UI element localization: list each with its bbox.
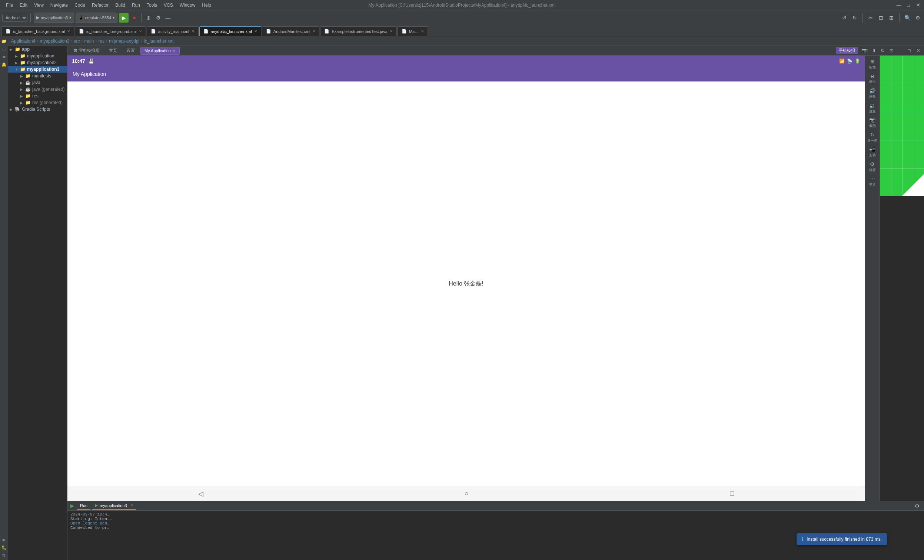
emu-icon-minimize[interactable]: — [897,47,904,54]
left-icon-notifications[interactable]: 🔔 [1,61,8,68]
breadcrumb-item-mipmap[interactable]: mipmap-anydpi [109,39,139,44]
nav-home-button[interactable]: ○ [465,490,469,497]
menu-item-refactor[interactable]: Refactor [89,2,111,9]
menu-item-help[interactable]: Help [199,2,214,9]
breadcrumb-item-src[interactable]: src [74,39,80,44]
tab-close-ic_launcher_foreground[interactable]: ✕ [139,29,142,33]
tree-item-myapplication3[interactable]: ▼ 📁 myapplication3 [8,66,67,73]
bottom-tab-myapp3[interactable]: ▶ myapplication3 ✕ [92,502,136,510]
breadcrumb-item-main[interactable]: main [84,39,94,44]
bottom-tab-myapp3-close[interactable]: ✕ [130,503,134,508]
redo-button[interactable]: ↻ [850,14,859,22]
left-icon-logcat[interactable]: 🗑 [1,552,8,559]
emu-icon-resize[interactable]: ⊡ [888,47,895,54]
tab-close-example_instrumented_test[interactable]: ✕ [390,29,393,33]
side-btn-settings[interactable]: ⚙ 设置 [866,160,879,174]
tree-item-res-generated[interactable]: ▶ 📁 res (generated) [8,99,67,106]
emu-tab-home-label: 首页 [109,48,117,53]
tree-item-myapplication[interactable]: ▶ 📁 myapplication [8,52,67,59]
emu-icon-close[interactable]: ✕ [914,47,922,54]
side-btn-more[interactable]: ⋯ 更多 [866,174,879,189]
close-button[interactable]: ✕ [915,2,921,8]
tree-item-myapplication2[interactable]: ▶ 📁 myapplication2 [8,59,67,66]
file-tab-main_more[interactable]: 📄Ma…✕ [398,26,428,36]
copy-button[interactable]: ⊡ [877,14,885,22]
emu-icon-rotate[interactable]: ↻ [879,47,886,54]
nav-recents-button[interactable]: □ [730,490,734,497]
emu-tab-home[interactable]: 首页 [105,46,121,55]
breadcrumb-item-mod[interactable]: myapplication3 [40,39,69,44]
side-btn-shake[interactable]: ↻ 摇一摇 [866,130,879,144]
device-label: emulator-5554 [85,16,111,20]
emu-icon-maximize[interactable]: □ [906,47,913,54]
cut-button[interactable]: ✂ [867,14,875,22]
bottom-tab-run[interactable]: Run [77,502,90,510]
tree-item-java-generated[interactable]: ▶ ☕ java (generated) [8,86,67,93]
menu-item-edit[interactable]: Edit [16,2,30,9]
tree-item-res[interactable]: ▶ 📁 res [8,93,67,99]
menu-item-run[interactable]: Run [129,2,143,9]
tree-item-gradle[interactable]: ▶ 🐘 Gradle Scripts [8,106,67,112]
menu-item-code[interactable]: Code [72,2,88,9]
file-tab-ic_launcher[interactable]: 📄anydpi\ic_launcher.xml✕ [200,26,261,36]
left-icon-bookmarks[interactable]: ★ [1,53,8,60]
side-btn-zoom-out[interactable]: ⊖ 缩小 [866,72,879,86]
emu-tab-myapp-close[interactable]: ✕ [172,49,176,52]
breadcrumb-item-app[interactable]: Application4 [11,39,35,44]
menu-item-view[interactable]: View [31,2,46,9]
config-selector[interactable]: ▶ myapplication3 ▾ [34,13,74,23]
stop-button[interactable]: ■ [130,14,138,22]
left-icon-debug[interactable]: 🐛 [1,544,8,551]
left-icon-project[interactable]: 📁 [1,38,8,45]
file-tab-ic_launcher_background[interactable]: 📄ic_launcher_background.xml✕ [2,26,74,36]
side-btn-zoom-in[interactable]: ⊕ 缩放 [866,57,879,71]
file-tab-android_manifest[interactable]: 📄AndroidManifest.xml✕ [262,26,320,36]
emu-icon-screenshot[interactable]: 📷 [861,47,868,54]
emu-tab-myapp[interactable]: My Application ✕ [140,46,180,55]
tree-item-manifests[interactable]: ▶ 📁 manifests [8,73,67,79]
tab-close-android_manifest[interactable]: ✕ [312,29,315,33]
paste-button[interactable]: ⊞ [887,14,896,22]
side-btn-vol-up[interactable]: 🔊 增量 [866,86,879,100]
side-btn-install[interactable]: 📲 安装 [866,145,879,159]
bottom-settings-icon[interactable]: ⚙ [913,502,921,510]
window-controls[interactable]: — □ ✕ [896,2,921,8]
menu-item-file[interactable]: File [3,2,16,9]
menu-item-build[interactable]: Build [112,2,128,9]
menu-item-window[interactable]: Window [177,2,199,9]
breadcrumb-item-res[interactable]: res [98,39,105,44]
emu-icon-power[interactable]: ⏸ [870,47,878,54]
tab-close-main_more[interactable]: ✕ [421,29,424,33]
emu-tab-settings[interactable]: 设置 [123,46,139,55]
run-button[interactable]: ▶ [119,13,129,22]
breadcrumb-item-file[interactable]: ic_launcher.xml [144,39,174,44]
file-tab-example_instrumented_test[interactable]: 📄ExampleInstrumentedTest.java✕ [320,26,396,36]
emu-tab-simulator[interactable]: ⊡ 雷电模拟器 [70,46,104,55]
file-tab-ic_launcher_foreground[interactable]: 📄ic_launcher_foreground.xml✕ [75,26,146,36]
undo-button[interactable]: ↺ [840,14,848,22]
side-btn-screenshot[interactable]: 📷 截图 [866,115,879,130]
left-icon-run[interactable]: ▶ [1,536,8,543]
minus-button[interactable]: — [164,14,172,22]
file-tab-activity_main[interactable]: 📄activity_main.xml✕ [147,26,199,36]
side-btn-vol-down[interactable]: 🔉 减量 [866,101,879,115]
minimize-button[interactable]: — [896,2,902,8]
menu-item-vcs[interactable]: VCS [161,2,176,9]
tree-item-app[interactable]: ▶ 📁 app [8,46,67,52]
search-button[interactable]: 🔍 [903,14,911,22]
device-selector[interactable]: 📱 emulator-5554 ▾ [76,13,117,23]
android-selector[interactable]: Android [2,14,27,22]
tab-close-ic_launcher_background[interactable]: ✕ [67,29,70,33]
open-logcat-link[interactable]: Open logcat pan… [70,521,110,526]
tree-item-java[interactable]: ▶ ☕ java [8,79,67,86]
tab-close-activity_main[interactable]: ✕ [192,29,195,33]
sync-button[interactable]: ⊕ [144,14,153,22]
tab-close-ic_launcher[interactable]: ✕ [254,29,257,33]
settings-button[interactable]: ⚙ [154,14,162,22]
maximize-button[interactable]: □ [906,2,911,8]
left-icon-structure[interactable]: ⊡ [1,46,8,52]
menu-item-tools[interactable]: Tools [144,2,160,9]
gear-button[interactable]: ⚙ [914,14,922,22]
menu-item-navigate[interactable]: Navigate [47,2,71,9]
nav-back-button[interactable]: ◁ [198,490,203,498]
